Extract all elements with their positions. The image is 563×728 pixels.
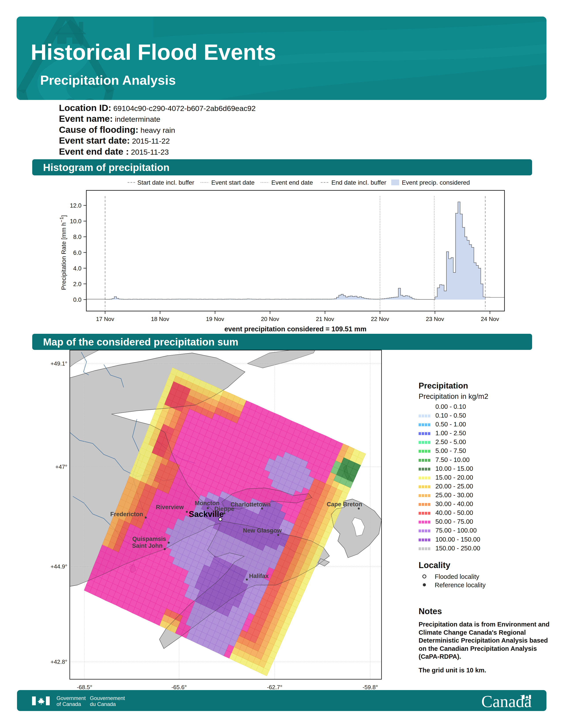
svg-text:+44.9°: +44.9°	[51, 563, 67, 570]
svg-text:Fredericton: Fredericton	[110, 511, 143, 518]
svg-text:Halifax: Halifax	[249, 573, 269, 579]
svg-text:Saint John: Saint John	[132, 542, 162, 549]
svg-text:Charlottetown: Charlottetown	[230, 501, 271, 508]
svg-text:Riverview: Riverview	[156, 504, 184, 510]
svg-text:+47°: +47°	[55, 463, 67, 470]
svg-text:New Glasgow: New Glasgow	[243, 527, 282, 534]
svg-text:Sackville: Sackville	[189, 510, 224, 519]
svg-text:Cape Breton: Cape Breton	[327, 501, 362, 508]
svg-text:Quispamsis: Quispamsis	[132, 536, 166, 542]
svg-text:+49.1°: +49.1°	[51, 360, 67, 367]
svg-text:-65.6°: -65.6°	[171, 684, 187, 690]
svg-text:-62.7°: -62.7°	[267, 684, 283, 690]
svg-text:+42.8°: +42.8°	[51, 659, 67, 665]
svg-text:-68.5°: -68.5°	[77, 684, 92, 690]
svg-text:-59.8°: -59.8°	[363, 684, 378, 690]
